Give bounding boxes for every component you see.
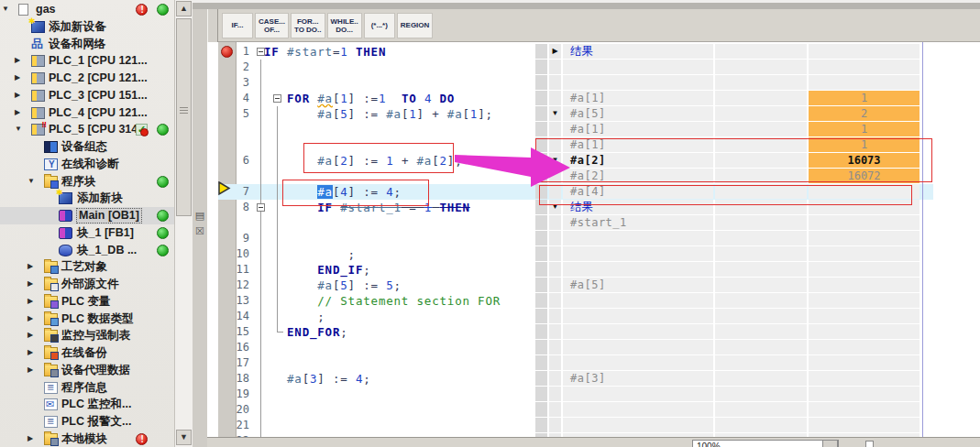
code-text[interactable]: FOR #a[1] :=1 TO 4 DO bbox=[264, 91, 455, 106]
tree-item[interactable]: ▶监控与强制表 bbox=[0, 327, 193, 344]
expander-right-icon[interactable]: ▶ bbox=[28, 365, 33, 376]
monitor-value-cell[interactable] bbox=[809, 246, 919, 261]
monitor-value-cell[interactable] bbox=[809, 231, 919, 245]
expander-right-icon[interactable]: ▶ bbox=[28, 347, 33, 358]
toolbar-button-comment[interactable]: (*...*) bbox=[364, 13, 395, 38]
split-view-icon[interactable]: ▤ bbox=[193, 209, 206, 222]
monitor-name-cell[interactable]: #a[5] bbox=[563, 106, 713, 121]
monitor-value-cell[interactable]: 2 bbox=[809, 106, 919, 121]
zoom-dropdown-button[interactable] bbox=[822, 440, 838, 447]
monitor-name-cell[interactable]: 结果 bbox=[563, 44, 713, 59]
toolbar-button-region[interactable]: REGION bbox=[397, 13, 434, 38]
fold-toggle-icon[interactable] bbox=[257, 48, 265, 56]
scroll-up-button[interactable]: ▲ bbox=[176, 1, 192, 16]
close-pane-icon[interactable]: ☒ bbox=[193, 224, 206, 237]
scroll-down-button[interactable]: ▼ bbox=[176, 430, 192, 445]
monitor-value-cell[interactable] bbox=[809, 75, 919, 90]
tree-item[interactable]: ▶在线备份 bbox=[0, 344, 193, 362]
tree-item[interactable]: 块_1 [FB1] bbox=[0, 224, 193, 242]
tree-item[interactable]: PLC 监控和... bbox=[0, 396, 193, 413]
monitor-name-cell[interactable] bbox=[563, 402, 713, 417]
expander-right-icon[interactable]: ▶ bbox=[15, 90, 20, 101]
code-text[interactable]: END_IF; bbox=[264, 262, 371, 278]
expander-right-icon[interactable]: ▶ bbox=[15, 55, 20, 66]
monitor-name-cell[interactable] bbox=[563, 324, 713, 339]
monitor-name-cell[interactable] bbox=[563, 262, 713, 277]
code-text[interactable]: ; bbox=[264, 246, 356, 262]
expander-down-icon[interactable]: ▼ bbox=[2, 4, 9, 15]
tree-item[interactable]: 程序信息 bbox=[0, 379, 193, 397]
monitor-value-cell[interactable] bbox=[809, 44, 919, 59]
expander-right-icon[interactable]: ▶ bbox=[15, 107, 20, 118]
monitor-name-cell[interactable] bbox=[563, 418, 713, 432]
breakpoint-icon[interactable] bbox=[221, 46, 233, 58]
monitor-name-cell[interactable] bbox=[563, 355, 713, 370]
code-text[interactable]: // Statement section FOR bbox=[264, 293, 501, 309]
expander-right-icon[interactable]: ▶ bbox=[28, 313, 33, 324]
fold-toggle-icon[interactable] bbox=[273, 94, 281, 103]
monitor-value-cell[interactable] bbox=[809, 324, 919, 339]
code-text[interactable]: IF #start=1 THEN bbox=[264, 44, 386, 60]
monitor-name-cell[interactable]: #a[1] bbox=[563, 91, 713, 105]
tree-item[interactable]: ▶PLC_3 [CPU 151... bbox=[0, 87, 193, 104]
monitor-value-cell[interactable]: 1 bbox=[809, 91, 919, 105]
tree-item[interactable]: 添加新设备 bbox=[0, 18, 193, 36]
toolbar-button-while-do[interactable]: WHILE..DO... bbox=[327, 13, 362, 38]
tree-item[interactable]: ▼程序块 bbox=[0, 173, 193, 191]
expander-right-icon[interactable]: ▶ bbox=[28, 433, 33, 444]
expander-right-icon[interactable]: ▶ bbox=[28, 261, 33, 272]
monitor-name-cell[interactable] bbox=[563, 340, 713, 354]
monitor-name-cell[interactable] bbox=[563, 309, 713, 323]
toolbar-button-for-to-do[interactable]: FOR...TO DO.. bbox=[291, 13, 325, 38]
expander-right-icon[interactable]: ▶ bbox=[28, 330, 33, 341]
monitor-value-cell[interactable] bbox=[809, 402, 919, 417]
code-text[interactable]: END_FOR; bbox=[264, 324, 348, 340]
row-collapse-icon[interactable]: ▼ bbox=[549, 106, 561, 121]
monitor-value-cell[interactable] bbox=[809, 371, 919, 386]
tree-item[interactable]: ▶PLC_4 [CPU 121... bbox=[0, 104, 193, 122]
zoom-select[interactable]: 100% bbox=[692, 440, 839, 447]
tree-item[interactable]: ▶工艺对象 bbox=[0, 258, 193, 276]
code-text[interactable]: #a[5] := 5; bbox=[264, 278, 402, 293]
toolbar-button-if[interactable]: IF... bbox=[222, 13, 253, 38]
monitor-name-cell[interactable]: #a[1] bbox=[563, 122, 713, 136]
tree-item[interactable]: 设备和网络 bbox=[0, 36, 193, 53]
tree-item[interactable]: 在线和诊断 bbox=[0, 156, 193, 173]
tree-item[interactable]: ▶本地模块 bbox=[0, 431, 193, 447]
monitor-value-cell[interactable] bbox=[809, 309, 919, 323]
fold-toggle-icon[interactable] bbox=[257, 203, 265, 212]
tree-item[interactable]: ▶外部源文件 bbox=[0, 276, 193, 293]
tree-scrollbar[interactable]: ▲ ▼ bbox=[174, 0, 193, 447]
expander-down-icon[interactable]: ▼ bbox=[15, 124, 22, 135]
monitor-value-cell[interactable] bbox=[809, 387, 919, 401]
toolbar-button-case-of[interactable]: CASE...OF... bbox=[255, 13, 289, 38]
row-expand-icon[interactable]: ▶ bbox=[549, 44, 561, 59]
status-checkbox[interactable] bbox=[865, 441, 874, 447]
expander-right-icon[interactable]: ▶ bbox=[28, 296, 33, 307]
expander-right-icon[interactable]: ▶ bbox=[28, 278, 33, 289]
monitor-value-cell[interactable] bbox=[809, 278, 919, 292]
expander-right-icon[interactable]: ▶ bbox=[15, 72, 20, 83]
tree-item[interactable]: ▶PLC 数据类型 bbox=[0, 311, 193, 328]
monitor-value-cell[interactable]: 1 bbox=[809, 122, 919, 136]
tree-item[interactable]: Main [OB1] bbox=[0, 207, 193, 224]
tree-item[interactable]: ▶PLC_2 [CPU 121... bbox=[0, 70, 193, 87]
monitor-value-cell[interactable] bbox=[809, 262, 919, 277]
monitor-value-cell[interactable] bbox=[809, 60, 919, 74]
monitor-value-cell[interactable] bbox=[809, 340, 919, 354]
monitor-name-cell[interactable] bbox=[563, 75, 713, 90]
monitor-name-cell[interactable] bbox=[563, 387, 713, 401]
tree-item[interactable]: ▶PLC_1 [CPU 121... bbox=[0, 52, 193, 70]
monitor-name-cell[interactable] bbox=[563, 231, 713, 245]
expander-down-icon[interactable]: ▼ bbox=[28, 176, 35, 187]
monitor-name-cell[interactable] bbox=[563, 60, 713, 74]
code-text[interactable]: #a[5] := #a[1] + #a[1]; bbox=[264, 106, 493, 122]
tree-item[interactable]: 添加新块 bbox=[0, 190, 193, 207]
tree-item[interactable]: ▶设备代理数据 bbox=[0, 362, 193, 379]
monitor-value-cell[interactable] bbox=[809, 215, 919, 230]
tree-item[interactable]: 设备组态 bbox=[0, 138, 193, 156]
tree-item[interactable]: 块_1_DB ... bbox=[0, 242, 193, 259]
scroll-thumb[interactable] bbox=[176, 18, 192, 216]
monitor-value-cell[interactable] bbox=[809, 293, 919, 308]
monitor-value-cell[interactable] bbox=[809, 418, 919, 432]
